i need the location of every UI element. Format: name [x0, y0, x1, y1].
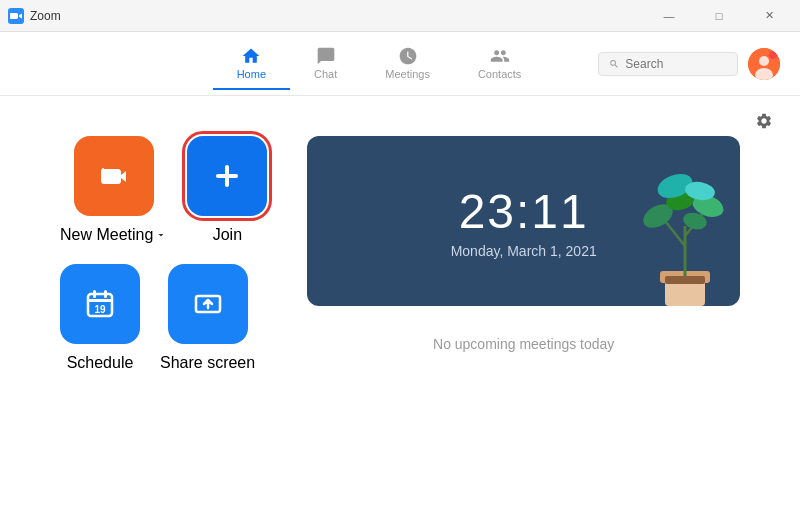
share-screen-item[interactable]: Share screen [160, 264, 255, 372]
tab-meetings-label: Meetings [385, 68, 430, 80]
avatar-image [748, 48, 780, 80]
zoom-logo-icon [8, 8, 24, 24]
svg-text:19: 19 [94, 304, 106, 315]
tab-chat-label: Chat [314, 68, 337, 80]
camera-icon [96, 158, 132, 194]
svg-rect-15 [665, 276, 705, 284]
settings-area [748, 105, 780, 137]
nav-tabs: Home Chat Meetings Contacts [160, 38, 598, 90]
search-icon [609, 58, 619, 70]
new-meeting-button[interactable] [74, 136, 154, 216]
join-label: Join [213, 226, 242, 244]
avatar[interactable] [748, 48, 780, 80]
settings-button[interactable] [748, 105, 780, 137]
calendar-section: 23:11 Monday, March 1, 2021 No upcoming … [307, 136, 740, 382]
contacts-icon [490, 46, 510, 66]
new-meeting-item[interactable]: New Meeting [60, 136, 167, 244]
share-screen-button[interactable] [168, 264, 248, 344]
main-content: New Meeting Join [0, 96, 800, 402]
actions-row-1: New Meeting Join [60, 136, 267, 244]
svg-rect-9 [93, 290, 96, 298]
svg-point-4 [769, 51, 777, 59]
clock-date: Monday, March 1, 2021 [451, 243, 597, 259]
share-screen-label: Share screen [160, 354, 255, 372]
join-item[interactable]: Join [187, 136, 267, 244]
no-meetings-text: No upcoming meetings today [433, 336, 614, 352]
close-button[interactable]: ✕ [746, 0, 792, 32]
new-meeting-label: New Meeting [60, 226, 167, 244]
new-meeting-text: New Meeting [60, 226, 153, 244]
join-button[interactable] [187, 136, 267, 216]
title-bar: Zoom — □ ✕ [0, 0, 800, 32]
dropdown-arrow-icon [155, 229, 167, 241]
svg-rect-6 [216, 174, 238, 178]
home-icon [241, 46, 261, 66]
minimize-button[interactable]: — [646, 0, 692, 32]
tab-contacts[interactable]: Contacts [454, 38, 545, 90]
tab-contacts-label: Contacts [478, 68, 521, 80]
actions-section: New Meeting Join [60, 136, 267, 382]
svg-rect-10 [104, 290, 107, 298]
tab-chat[interactable]: Chat [290, 38, 361, 90]
window-controls: — □ ✕ [646, 0, 792, 32]
schedule-label: Schedule [67, 354, 134, 372]
no-meetings-message: No upcoming meetings today [307, 306, 740, 382]
maximize-button[interactable]: □ [696, 0, 742, 32]
schedule-item[interactable]: 19 Schedule [60, 264, 140, 372]
nav-right [598, 48, 780, 80]
schedule-button[interactable]: 19 [60, 264, 140, 344]
actions-row-2: 19 Schedule Share screen [60, 264, 267, 372]
calendar-icon: 19 [82, 286, 118, 322]
svg-line-17 [665, 221, 685, 246]
chat-icon [316, 46, 336, 66]
title-bar-left: Zoom [8, 8, 61, 24]
tab-home-label: Home [237, 68, 266, 80]
app-title: Zoom [30, 9, 61, 23]
svg-point-2 [759, 56, 769, 66]
clock-widget: 23:11 Monday, March 1, 2021 [307, 136, 740, 306]
plant-decoration [620, 166, 740, 306]
svg-rect-8 [88, 299, 112, 302]
plus-icon [208, 157, 246, 195]
clock-time: 23:11 [459, 184, 589, 239]
share-screen-icon [190, 286, 226, 322]
nav-bar: Home Chat Meetings Contacts [0, 32, 800, 96]
search-box[interactable] [598, 52, 738, 76]
tab-home[interactable]: Home [213, 38, 290, 90]
tab-meetings[interactable]: Meetings [361, 38, 454, 90]
search-input[interactable] [625, 57, 727, 71]
gear-icon [755, 112, 773, 130]
meetings-icon [398, 46, 418, 66]
